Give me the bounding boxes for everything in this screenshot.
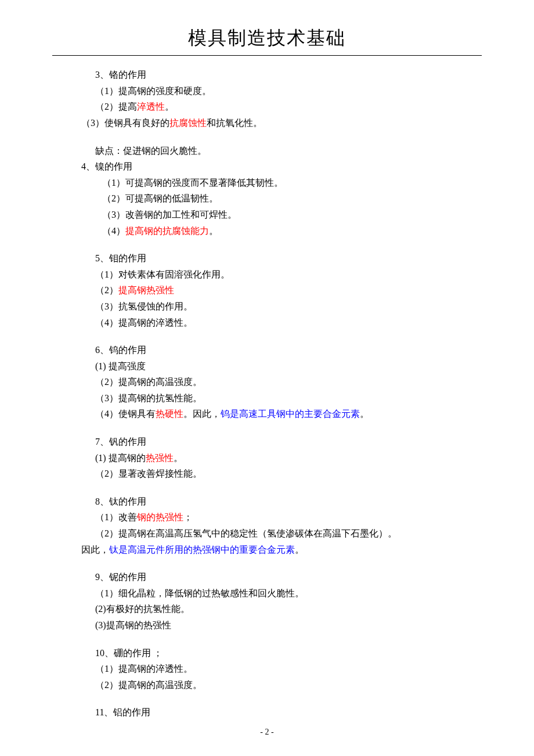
text-segment: （1）改善 — [95, 512, 137, 522]
text-line: （2）显著改善焊接性能。 — [81, 466, 482, 481]
text-line: （1）对铁素体有固溶强化作用。 — [81, 267, 482, 282]
text-line: 4、镍的作用 — [81, 159, 482, 174]
text-line: （3）使钢具有良好的抗腐蚀性和抗氧化性。 — [81, 116, 482, 131]
text-segment: （3）提高钢的抗氢性能。 — [95, 393, 202, 403]
text-segment: (1) 提高钢的 — [95, 453, 146, 463]
text-line: 因此，钛是高温元件所用的热强钢中的重要合金元素。 — [81, 542, 482, 557]
text-segment: 。 — [209, 226, 218, 236]
text-segment: （2）提高 — [95, 102, 137, 111]
text-line: (1) 提高强度 — [81, 359, 482, 374]
text-segment: 4、镍的作用 — [81, 161, 132, 171]
text-segment: 3、铬的作用 — [95, 70, 146, 80]
text-segment: ； — [183, 512, 193, 522]
text-segment: 提高钢的抗腐蚀能力 — [125, 226, 209, 236]
text-line: (1) 提高钢的热强性。 — [81, 451, 482, 466]
text-segment: 缺点：促进钢的回火脆性。 — [95, 146, 207, 156]
text-segment: （2）可提高钢的低温韧性。 — [102, 193, 218, 203]
text-line: （2）提高钢的高温强度。 — [81, 375, 482, 390]
text-line: （4）提高钢的抗腐蚀能力。 — [81, 224, 482, 239]
text-segment: （2）提高钢的高温强度。 — [95, 680, 202, 690]
blank-line — [81, 331, 482, 341]
text-line: （1）提高钢的强度和硬度。 — [81, 84, 482, 99]
text-segment: 钨是高速工具钢中的主要合金元素 — [221, 409, 360, 419]
text-line: （2）提高淬透性。 — [81, 99, 482, 114]
text-segment: （2） — [95, 285, 118, 295]
text-segment: 热强性 — [146, 453, 174, 463]
text-line: 11、铝的作用 — [81, 705, 482, 720]
blank-line — [81, 693, 482, 704]
text-line: （1）改善钢的热强性； — [81, 510, 482, 525]
blank-line — [81, 132, 482, 142]
text-segment: 钢的热强性 — [137, 512, 183, 522]
text-segment: 。 — [174, 453, 183, 463]
document-page: 模具制造技术基础 3、铬的作用（1）提高钢的强度和硬度。（2）提高淬透性。（3）… — [0, 0, 534, 756]
text-segment: （1）提高钢的淬透性。 — [95, 664, 193, 674]
text-segment: 6、钨的作用 — [95, 345, 146, 355]
text-segment: (3)提高钢的热强性 — [95, 620, 171, 630]
page-title: 模具制造技术基础 — [46, 23, 488, 53]
blank-line — [81, 634, 482, 645]
text-segment: 9、铌的作用 — [95, 572, 146, 582]
text-segment: （4） — [102, 226, 125, 236]
text-segment: (2)有极好的抗氢性能。 — [95, 604, 190, 614]
text-segment: 淬透性 — [137, 102, 165, 111]
text-line: 7、钒的作用 — [81, 434, 482, 449]
text-segment: 钛是高温元件所用的热强钢中的重要合金元素 — [109, 545, 295, 555]
text-line: （2）提高钢热强性 — [81, 283, 482, 298]
blank-line — [81, 423, 482, 433]
text-segment: 抗腐蚀性 — [169, 118, 207, 128]
text-segment: （2）提高钢的高温强度。 — [95, 377, 202, 387]
text-segment: 热硬性 — [156, 409, 183, 419]
text-line: 5、钼的作用 — [81, 251, 482, 266]
text-segment: 8、钛的作用 — [95, 496, 146, 506]
text-segment: 5、钼的作用 — [95, 253, 146, 263]
blank-line — [81, 483, 482, 493]
blank-line — [81, 558, 482, 568]
text-line: （4）提高钢的淬透性。 — [81, 315, 482, 330]
text-segment: （1）提高钢的强度和硬度。 — [95, 86, 211, 96]
text-line: (3)提高钢的热强性 — [81, 618, 482, 633]
text-line: （3）抗氢侵蚀的作用。 — [81, 299, 482, 314]
text-line: 3、铬的作用 — [81, 67, 482, 82]
title-underline — [52, 55, 482, 56]
page-number: - 2 - — [0, 726, 534, 739]
text-segment: （3）改善钢的加工性和可焊性。 — [102, 210, 237, 219]
text-segment: （3）抗氢侵蚀的作用。 — [95, 301, 193, 311]
text-line: （1）可提高钢的强度而不显著降低其韧性。 — [81, 175, 482, 190]
text-line: （2）提高钢的高温强度。 — [81, 678, 482, 693]
text-line: 10、硼的作用 ； — [81, 646, 482, 661]
text-segment: 。 — [295, 545, 304, 555]
text-line: 9、铌的作用 — [81, 570, 482, 585]
text-segment: (1) 提高强度 — [95, 361, 146, 371]
text-line: 缺点：促进钢的回火脆性。 — [81, 143, 482, 159]
text-segment: （2）显著改善焊接性能。 — [95, 469, 202, 478]
text-line: 6、钨的作用 — [81, 343, 482, 358]
text-segment: 。 — [165, 102, 174, 111]
text-segment: （1）细化晶粒，降低钢的过热敏感性和回火脆性。 — [95, 588, 304, 598]
text-line: （2）提高钢在高温高压氢气中的稳定性（氢使渗碳体在高温下石墨化）。 — [81, 526, 482, 541]
body-content: 3、铬的作用（1）提高钢的强度和硬度。（2）提高淬透性。（3）使钢具有良好的抗腐… — [46, 67, 488, 720]
text-line: （1）细化晶粒，降低钢的过热敏感性和回火脆性。 — [81, 586, 482, 601]
text-segment: 10、硼的作用 ； — [95, 648, 163, 658]
text-segment: （4）使钢具有 — [95, 409, 156, 419]
text-segment: 因此， — [81, 545, 109, 555]
text-line: （2）可提高钢的低温韧性。 — [81, 191, 482, 206]
text-line: （3）提高钢的抗氢性能。 — [81, 391, 482, 406]
text-line: （3）改善钢的加工性和可焊性。 — [81, 207, 482, 222]
text-line: 8、钛的作用 — [81, 494, 482, 509]
text-segment: （4）提高钢的淬透性。 — [95, 318, 193, 327]
text-segment: （1）可提高钢的强度而不显著降低其韧性。 — [102, 178, 283, 188]
text-segment: 7、钒的作用 — [95, 437, 146, 447]
text-segment: （3）使钢具有良好的 — [81, 118, 169, 128]
blank-line — [81, 239, 482, 250]
text-segment: （1）对铁素体有固溶强化作用。 — [95, 269, 230, 279]
text-line: (2)有极好的抗氢性能。 — [81, 602, 482, 617]
text-segment: 11、铝的作用 — [95, 707, 150, 717]
text-line: （1）提高钢的淬透性。 — [81, 661, 482, 676]
text-segment: 。因此， — [183, 409, 221, 419]
text-segment: 提高钢热强性 — [118, 285, 174, 295]
text-segment: 和抗氧化性。 — [207, 118, 262, 128]
text-segment: 。 — [360, 409, 369, 419]
text-line: （4）使钢具有热硬性。因此，钨是高速工具钢中的主要合金元素。 — [81, 406, 482, 422]
text-segment: （2）提高钢在高温高压氢气中的稳定性（氢使渗碳体在高温下石墨化）。 — [95, 528, 397, 538]
